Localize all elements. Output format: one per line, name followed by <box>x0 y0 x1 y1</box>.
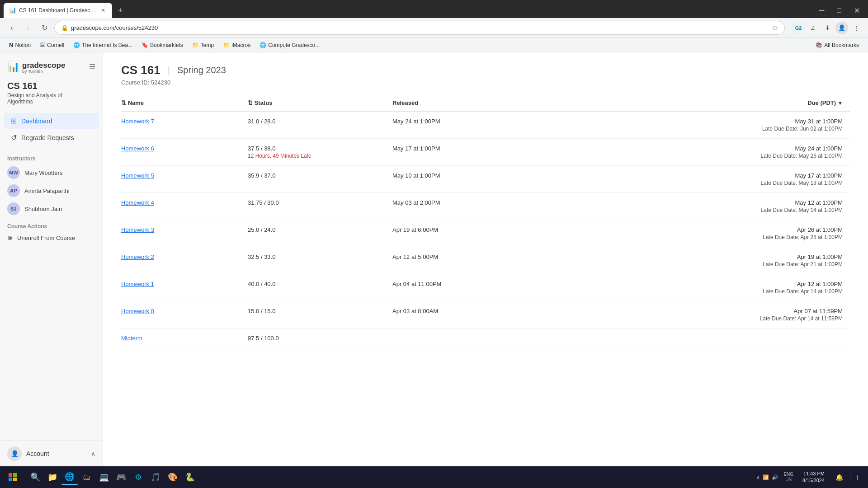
compute-icon: 🌐 <box>259 42 266 48</box>
new-tab-button[interactable]: + <box>114 4 127 17</box>
col-released-header[interactable]: Released <box>392 95 528 111</box>
bookmark-cornell[interactable]: 🏛 Cornell <box>36 41 68 50</box>
ext-icon-4[interactable]: 👤 <box>835 22 848 34</box>
status-score-8: 97.5 / 100.0 <box>248 335 385 342</box>
page-title: CS 161 <box>121 63 160 77</box>
cell-name-6: Homework 1 <box>121 274 248 301</box>
status-score-5: 32.5 / 33.0 <box>248 253 385 260</box>
taskbar-app9[interactable]: 🐍 <box>182 469 198 485</box>
tab-favicon: 📊 <box>9 7 16 14</box>
taskbar-chevron[interactable]: ∧ <box>756 474 760 480</box>
cell-released-7: Apr 03 at 8:00AM <box>392 301 528 328</box>
col-name-header[interactable]: ⇅ Name <box>121 95 248 111</box>
tab-close-button[interactable]: ✕ <box>99 7 107 14</box>
instructor-shubham-name: Shubham Jain <box>24 206 62 212</box>
instructor-shubham[interactable]: SJ Shubham Jain <box>0 200 103 218</box>
due-main-5: Apr 19 at 1:00PM <box>528 253 843 260</box>
gradescope-logo[interactable]: 📊 gradescope by Turnitin <box>7 60 65 74</box>
assignment-link-1[interactable]: Homework 6 <box>121 145 154 152</box>
title-divider: | <box>168 65 170 75</box>
all-bookmarks-label: All Bookmarks <box>824 42 859 48</box>
extensions-button[interactable]: ⋮ <box>850 22 863 34</box>
logo-icon: 📊 <box>7 61 19 73</box>
ext-icon-2[interactable]: Z <box>807 22 819 34</box>
assignment-link-3[interactable]: Homework 4 <box>121 199 154 206</box>
all-bookmarks-button[interactable]: 📚 All Bookmarks <box>812 41 863 50</box>
bookmark-bookmarklets[interactable]: 🔖 Bookmarklets <box>138 41 187 50</box>
cell-released-0: May 24 at 1:00PM <box>392 111 528 139</box>
assignment-link-8[interactable]: Midterm <box>121 335 142 342</box>
bookmark-imacros[interactable]: 📁 iMacros <box>219 41 254 50</box>
taskbar-files[interactable]: 📁 <box>44 469 61 485</box>
minimize-button[interactable]: ─ <box>815 5 829 16</box>
taskbar-show-desktop[interactable]: | <box>850 470 864 484</box>
bookmark-star[interactable]: ☆ <box>772 23 778 32</box>
due-late-6: Late Due Date: Apr 14 at 1:00PM <box>528 288 843 295</box>
taskbar-explorer[interactable]: 🗂 <box>79 469 95 485</box>
dashboard-icon: ⊞ <box>11 117 17 125</box>
maximize-button[interactable]: □ <box>832 5 846 16</box>
taskbar-clock[interactable]: 11:43 PM 8/15/2024 <box>799 470 828 484</box>
start-button[interactable] <box>4 468 22 486</box>
table-row: Midterm 97.5 / 100.0 <box>121 328 850 348</box>
taskbar-browser[interactable]: 🌐 <box>61 469 78 485</box>
bookmark-notion[interactable]: N Notion <box>5 40 34 50</box>
instructor-amrita[interactable]: AP Amrita Palaparthi <box>0 182 103 200</box>
sidebar: 📊 gradescope by Turnitin ☰ CS 161 Design… <box>0 52 103 466</box>
cell-due-0: May 31 at 1:00PM Late Due Date: Jun 02 a… <box>528 111 850 139</box>
status-score-6: 40.0 / 40.0 <box>248 281 385 287</box>
due-late-3: Late Due Date: May 14 at 1:00PM <box>528 207 843 213</box>
cell-name-4: Homework 3 <box>121 220 248 247</box>
sidebar-item-dashboard[interactable]: ⊞ Dashboard <box>4 113 99 129</box>
col-due-header[interactable]: Due (PDT) ▼ <box>528 95 850 111</box>
cornell-icon: 🏛 <box>40 42 45 48</box>
bookmark-compute[interactable]: 🌐 Compute Gradesco... <box>256 41 323 50</box>
sidebar-course-info: CS 161 Design and Analysis ofAlgorithms <box>0 77 103 108</box>
cell-name-0: Homework 7 <box>121 111 248 139</box>
taskbar-search[interactable]: 🔍 <box>27 469 43 485</box>
col-status-header[interactable]: ⇅ Status <box>248 95 392 111</box>
taskbar-vscode[interactable]: 💻 <box>96 469 112 485</box>
assignment-link-2[interactable]: Homework 5 <box>121 172 154 179</box>
sidebar-item-regrade[interactable]: ↺ Regrade Requests <box>4 130 99 145</box>
all-bookmarks-icon: 📚 <box>816 42 822 48</box>
instructor-amrita-avatar: AP <box>7 184 20 197</box>
bookmark-temp-label: Temp <box>201 42 214 48</box>
taskbar-app8[interactable]: 🎨 <box>165 469 181 485</box>
address-bar[interactable]: 🔒 gradescope.com/courses/524230 ☆ <box>54 21 785 35</box>
instructor-mary[interactable]: MW Mary Wootters <box>0 164 103 182</box>
unenroll-icon: ⊗ <box>7 234 13 241</box>
cell-due-6: Apr 12 at 1:00PM Late Due Date: Apr 14 a… <box>528 274 850 301</box>
assignment-link-5[interactable]: Homework 2 <box>121 253 154 260</box>
bookmark-temp[interactable]: 📁 Temp <box>189 41 217 50</box>
menu-toggle-button[interactable]: ☰ <box>89 62 95 71</box>
taskbar-app7[interactable]: 🎵 <box>147 469 164 485</box>
taskbar-notification[interactable]: 🔔 <box>832 470 846 484</box>
assignment-link-6[interactable]: Homework 1 <box>121 281 154 287</box>
cell-status-8: 97.5 / 100.0 <box>248 328 392 348</box>
forward-button[interactable]: › <box>22 22 34 34</box>
ext-icon-1[interactable]: G2 <box>792 22 805 34</box>
account-section[interactable]: 👤 Account ∧ <box>0 441 103 466</box>
ext-icon-3[interactable]: ⬇ <box>821 22 834 34</box>
close-button[interactable]: ✕ <box>849 5 864 17</box>
taskbar-app6[interactable]: ⚙ <box>130 469 146 485</box>
cell-name-8: Midterm <box>121 328 248 348</box>
back-button[interactable]: ‹ <box>5 22 18 34</box>
taskbar-time: 11:43 PM <box>803 470 825 477</box>
taskbar-app5[interactable]: 🎮 <box>113 469 129 485</box>
assignment-link-4[interactable]: Homework 3 <box>121 226 154 233</box>
cell-due-2: May 17 at 1:00PM Late Due Date: May 19 a… <box>528 166 850 193</box>
active-tab[interactable]: 📊 CS 161 Dashboard | Gradescopc ✕ <box>4 3 112 18</box>
reload-button[interactable]: ↻ <box>38 22 51 34</box>
unenroll-action[interactable]: ⊗ Unenroll From Course <box>0 231 103 244</box>
due-late-4: Late Due Date: Apr 28 at 1:00PM <box>528 234 843 240</box>
assignment-link-7[interactable]: Homework 0 <box>121 308 154 314</box>
bookmark-internet[interactable]: 🌐 The Internet Is Bea... <box>70 41 136 50</box>
assignment-link-0[interactable]: Homework 7 <box>121 118 154 125</box>
cell-released-1: May 17 at 1:00PM <box>392 139 528 166</box>
bookmark-compute-label: Compute Gradesco... <box>268 42 320 48</box>
cell-due-5: Apr 19 at 1:00PM Late Due Date: Apr 21 a… <box>528 247 850 274</box>
due-late-7: Late Due Date: Apr 14 at 11:59PM <box>528 315 843 322</box>
table-row: Homework 5 35.9 / 37.0 May 10 at 1:00PM … <box>121 166 850 193</box>
